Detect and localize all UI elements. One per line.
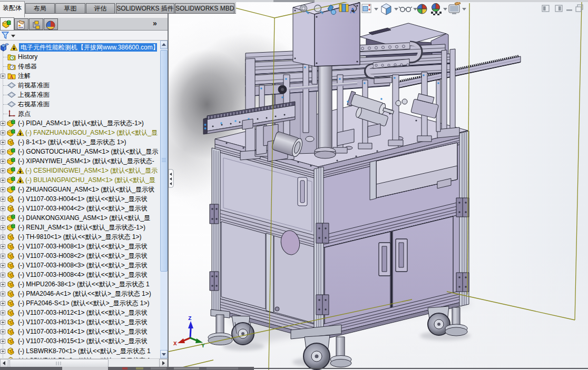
svg-text:Z: Z bbox=[188, 315, 192, 322]
svg-text:Y: Y bbox=[201, 343, 205, 349]
svg-text:X: X bbox=[173, 341, 177, 347]
